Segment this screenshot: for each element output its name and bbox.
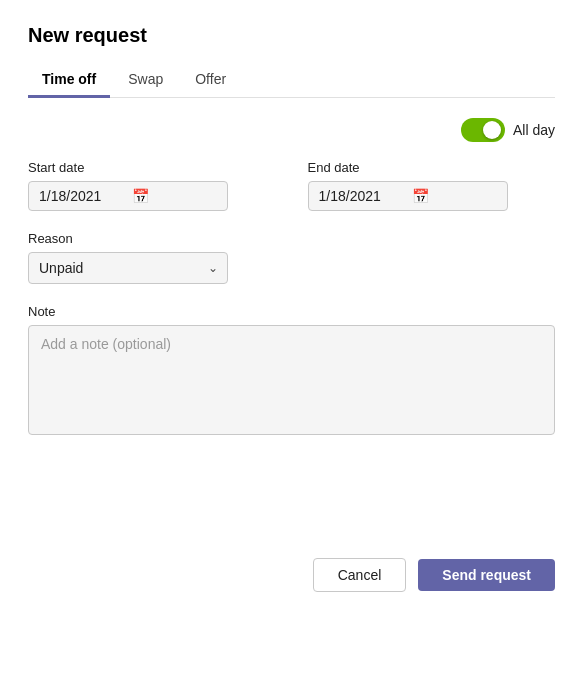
start-date-value: 1/18/2021 xyxy=(39,188,124,204)
note-textarea[interactable] xyxy=(28,325,555,435)
cancel-button[interactable]: Cancel xyxy=(313,558,407,592)
all-day-row: All day xyxy=(28,118,555,142)
reason-section: Reason Unpaid Paid Sick Personal ⌄ xyxy=(28,231,555,284)
date-row: Start date 1/18/2021 📅 End date 1/18/202… xyxy=(28,160,555,211)
note-label: Note xyxy=(28,304,555,319)
start-date-group: Start date 1/18/2021 📅 xyxy=(28,160,276,211)
end-date-calendar-icon: 📅 xyxy=(412,188,497,204)
start-date-label: Start date xyxy=(28,160,276,175)
footer: Cancel Send request xyxy=(28,558,555,592)
end-date-input[interactable]: 1/18/2021 📅 xyxy=(308,181,508,211)
reason-select-wrapper: Unpaid Paid Sick Personal ⌄ xyxy=(28,252,228,284)
all-day-toggle[interactable] xyxy=(461,118,505,142)
all-day-label: All day xyxy=(513,122,555,138)
end-date-group: End date 1/18/2021 📅 xyxy=(308,160,556,211)
tab-bar: Time off Swap Offer xyxy=(28,63,555,98)
page-title: New request xyxy=(28,24,555,47)
end-date-value: 1/18/2021 xyxy=(319,188,404,204)
tab-swap[interactable]: Swap xyxy=(114,63,177,98)
send-request-button[interactable]: Send request xyxy=(418,559,555,591)
reason-select[interactable]: Unpaid Paid Sick Personal xyxy=(28,252,228,284)
start-date-calendar-icon: 📅 xyxy=(132,188,217,204)
end-date-label: End date xyxy=(308,160,556,175)
tab-offer[interactable]: Offer xyxy=(181,63,240,98)
reason-label: Reason xyxy=(28,231,555,246)
note-section: Note xyxy=(28,304,555,438)
tab-time-off[interactable]: Time off xyxy=(28,63,110,98)
start-date-input[interactable]: 1/18/2021 📅 xyxy=(28,181,228,211)
